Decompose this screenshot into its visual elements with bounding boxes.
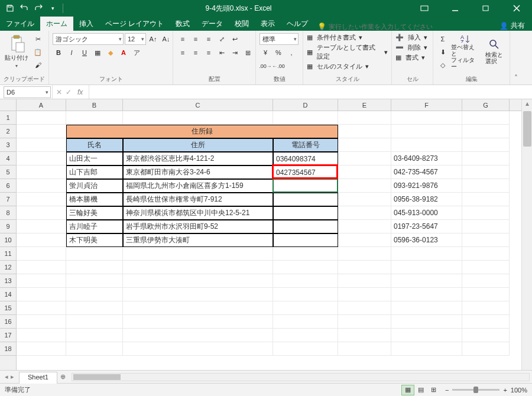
cell-E11[interactable] bbox=[338, 247, 391, 261]
cell-F9[interactable]: 0197-23-5647 bbox=[391, 220, 462, 233]
column-headers[interactable]: ABCDEFG bbox=[17, 99, 521, 111]
cell-F7[interactable]: 0956-38-9182 bbox=[391, 193, 462, 206]
cell-E7[interactable] bbox=[338, 193, 391, 206]
tab-file[interactable]: ファイル bbox=[0, 17, 40, 31]
cell-D8[interactable] bbox=[273, 206, 338, 220]
tab-help[interactable]: ヘルプ bbox=[281, 17, 314, 31]
cell-C7[interactable]: 長崎県佐世保市権常寺町7-912 bbox=[123, 193, 273, 206]
pagelayout-view-icon[interactable]: ▤ bbox=[414, 385, 427, 395]
conditional-formatting-button[interactable]: ▦ 条件付き書式 ▾ bbox=[307, 33, 362, 42]
autosum-button[interactable]: Σ bbox=[437, 33, 449, 45]
underline-button[interactable]: U bbox=[79, 47, 90, 59]
cell-D1[interactable] bbox=[273, 111, 338, 125]
cell-C18[interactable] bbox=[123, 342, 273, 356]
paste-button[interactable]: 貼り付け ▾ bbox=[4, 33, 30, 70]
cell-G14[interactable] bbox=[462, 288, 510, 301]
fx-icon[interactable]: fx bbox=[75, 88, 85, 96]
minimize-icon[interactable] bbox=[442, 0, 468, 17]
cell-A5[interactable] bbox=[17, 165, 66, 179]
vscroll-thumb[interactable] bbox=[523, 111, 531, 147]
col-header-A[interactable]: A bbox=[17, 99, 66, 111]
cell-D16[interactable] bbox=[273, 315, 338, 329]
cell-G17[interactable] bbox=[462, 329, 510, 342]
cell-C12[interactable] bbox=[123, 261, 273, 274]
tab-data[interactable]: データ bbox=[196, 17, 229, 31]
sheet-nav-prev-icon[interactable]: ◂ bbox=[5, 373, 8, 381]
row-header-7[interactable]: 7 bbox=[0, 193, 16, 206]
collapse-ribbon-icon[interactable]: ˄ bbox=[510, 31, 522, 85]
cell-E13[interactable] bbox=[338, 274, 391, 288]
cell-D6[interactable] bbox=[273, 179, 338, 193]
cell-B6[interactable]: 蛍川貞治 bbox=[66, 179, 123, 193]
cell-D5[interactable]: 0427354567 bbox=[273, 165, 338, 179]
cell-C8[interactable]: 神奈川県横浜市都筑区中川中央12-5-21 bbox=[123, 206, 273, 220]
close-icon[interactable] bbox=[504, 0, 530, 17]
row-header-15[interactable]: 15 bbox=[0, 301, 16, 315]
row-header-12[interactable]: 12 bbox=[0, 261, 16, 274]
cell-F5[interactable]: 042-735-4567 bbox=[391, 165, 462, 179]
row-header-17[interactable]: 17 bbox=[0, 329, 16, 342]
cell-E3[interactable] bbox=[338, 138, 391, 152]
normal-view-icon[interactable]: ▦ bbox=[401, 385, 414, 395]
cell-E15[interactable] bbox=[338, 301, 391, 315]
cell-A13[interactable] bbox=[17, 274, 66, 288]
orientation-button[interactable]: ⤢ bbox=[216, 33, 228, 45]
cell-A12[interactable] bbox=[17, 261, 66, 274]
cell-E9[interactable] bbox=[338, 220, 391, 233]
cell-E10[interactable] bbox=[338, 233, 391, 247]
cell-A18[interactable] bbox=[17, 342, 66, 356]
cell-A10[interactable] bbox=[17, 233, 66, 247]
cell-D3[interactable]: 電話番号 bbox=[273, 138, 338, 152]
cell-B15[interactable] bbox=[66, 301, 123, 315]
cell-A4[interactable] bbox=[17, 152, 66, 165]
phonetic-button[interactable]: ア bbox=[131, 47, 142, 59]
zoom-in-button[interactable]: + bbox=[503, 387, 507, 394]
format-as-table-button[interactable]: ▦ テーブルとして書式設定 ▾ bbox=[307, 43, 388, 61]
cell-F16[interactable] bbox=[391, 315, 462, 329]
cancel-formula-icon[interactable]: ✕ bbox=[56, 88, 62, 96]
cell-F14[interactable] bbox=[391, 288, 462, 301]
cell-C17[interactable] bbox=[123, 329, 273, 342]
cell-E17[interactable] bbox=[338, 329, 391, 342]
align-right-button[interactable]: ≡ bbox=[203, 47, 215, 59]
cell-styles-button[interactable]: ▦ セルのスタイル ▾ bbox=[307, 62, 369, 71]
cell-D18[interactable] bbox=[273, 342, 338, 356]
grow-font-button[interactable]: A↑ bbox=[147, 33, 159, 45]
cell-F11[interactable] bbox=[391, 247, 462, 261]
comma-button[interactable]: , bbox=[286, 47, 297, 59]
col-header-G[interactable]: G bbox=[462, 99, 510, 111]
row-header-4[interactable]: 4 bbox=[0, 152, 16, 165]
cell-E18[interactable] bbox=[338, 342, 391, 356]
cell-area[interactable]: 住所録氏名住所電話番号山田太一東京都渋谷区恵比寿4-121-2036409837… bbox=[17, 111, 521, 370]
bold-button[interactable]: B bbox=[53, 47, 64, 59]
cell-B2[interactable]: 住所録 bbox=[66, 125, 338, 138]
align-top-button[interactable]: ≡ bbox=[177, 33, 189, 45]
cell-F13[interactable] bbox=[391, 274, 462, 288]
align-middle-button[interactable]: ≡ bbox=[190, 33, 202, 45]
find-select-button[interactable]: 検索と 選択 bbox=[482, 33, 506, 70]
horizontal-scrollbar[interactable] bbox=[72, 373, 530, 381]
cell-D15[interactable] bbox=[273, 301, 338, 315]
spreadsheet-grid[interactable]: ABCDEFG 123456789101112131415161718 住所録氏… bbox=[0, 99, 532, 370]
align-left-button[interactable]: ≡ bbox=[177, 47, 189, 59]
row-header-10[interactable]: 10 bbox=[0, 233, 16, 247]
row-header-6[interactable]: 6 bbox=[0, 179, 16, 193]
cell-C14[interactable] bbox=[123, 288, 273, 301]
zoom-slider[interactable] bbox=[452, 389, 499, 391]
cell-G7[interactable] bbox=[462, 193, 510, 206]
cell-G4[interactable] bbox=[462, 152, 510, 165]
cell-E8[interactable] bbox=[338, 206, 391, 220]
scroll-up-icon[interactable]: ▴ bbox=[522, 99, 532, 110]
cell-E5[interactable] bbox=[338, 165, 391, 179]
cell-G15[interactable] bbox=[462, 301, 510, 315]
row-header-16[interactable]: 16 bbox=[0, 315, 16, 329]
cell-C16[interactable] bbox=[123, 315, 273, 329]
cell-C11[interactable] bbox=[123, 247, 273, 261]
cell-E2[interactable] bbox=[338, 125, 391, 138]
fill-color-button[interactable]: ◆ bbox=[105, 47, 116, 59]
format-painter-button[interactable]: 🖌 bbox=[32, 59, 44, 71]
cell-E14[interactable] bbox=[338, 288, 391, 301]
cell-B13[interactable] bbox=[66, 274, 123, 288]
name-box[interactable]: D6 bbox=[4, 86, 51, 98]
border-button[interactable]: ▦ bbox=[92, 47, 103, 59]
